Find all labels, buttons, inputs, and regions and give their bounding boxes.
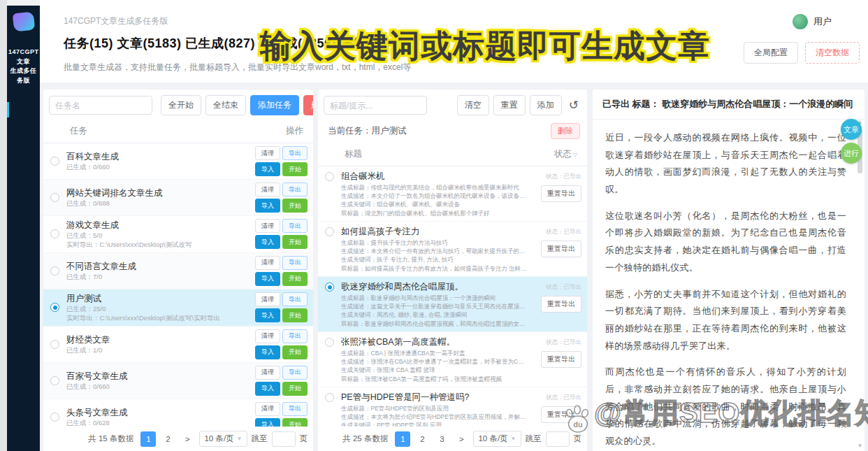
task-import-button[interactable]: 导入 <box>255 382 280 396</box>
task-start-button[interactable]: 开始 <box>282 162 308 176</box>
task-row[interactable]: 百科文章生成 已生成：0/660 清理 导出 导入 开始 <box>43 143 313 180</box>
article-paragraph: 而周杰伦也是一个有情怀的音乐人，得知了小芳的计划后，非常感动并立刻答应了她的请求… <box>605 364 846 450</box>
re-export-button[interactable]: 重置导出 <box>541 296 581 313</box>
scroll-down-icon[interactable]: ▼ <box>856 443 864 449</box>
task-export-button[interactable]: 导出 <box>282 219 308 233</box>
task-clean-button[interactable]: 清理 <box>255 402 280 416</box>
global-config-button[interactable]: 全局配置 <box>744 42 798 64</box>
task-radio[interactable] <box>50 266 59 275</box>
task-start-button[interactable]: 开始 <box>282 418 308 427</box>
user-menu[interactable]: 用户 <box>793 14 832 29</box>
refresh-icon[interactable]: ↺ <box>566 98 581 113</box>
clear-titles-button[interactable]: 清空 <box>457 95 489 115</box>
task-import-button[interactable]: 导入 <box>255 418 280 427</box>
task-import-button[interactable]: 导入 <box>255 345 280 359</box>
task-export-button[interactable]: 导出 <box>282 146 308 160</box>
delete-title-button[interactable]: 删除 <box>551 123 580 139</box>
task-export-button[interactable]: 导出 <box>282 182 308 196</box>
titles-rows: 组合碾米机 生成标题：传统与现代的完美结合，组合碾米机带你感受碾米新时代 生成描… <box>318 166 587 427</box>
task-import-button[interactable]: 导入 <box>255 199 280 213</box>
title-row[interactable]: 张照洋被CBA第一高度盖帽。 生成标题：CBA | 张照洋遭遇CBA第一高手封盖… <box>318 332 587 387</box>
sidebar: 147CGPT文章 生成多任务版 <box>7 6 40 451</box>
scrollbar[interactable]: ▲ ▼ <box>856 119 864 449</box>
task-clean-button[interactable]: 清理 <box>255 146 280 160</box>
task-export-button[interactable]: 导出 <box>282 366 308 380</box>
page-button-3[interactable]: 3 <box>434 431 449 447</box>
next-page-button[interactable]: > <box>180 431 195 447</box>
task-clean-button[interactable]: 清理 <box>255 219 280 233</box>
re-export-button[interactable]: 重置导出 <box>541 351 581 368</box>
start-all-button[interactable]: 全开始 <box>161 95 201 115</box>
task-radio[interactable] <box>50 340 59 349</box>
task-radio[interactable] <box>50 193 59 202</box>
filter-icon[interactable]: ▽ <box>573 152 577 158</box>
jump-page-input[interactable] <box>272 431 296 447</box>
task-radio[interactable] <box>50 157 59 166</box>
titles-toolbar: 清空 重置 添加 ↺ <box>318 90 587 120</box>
page-button-2[interactable]: 2 <box>414 431 430 447</box>
task-radio[interactable] <box>50 376 59 385</box>
gen-desc-line: 生成描述：本文介绍了一款名为组合碾米机的现代碾米设备，该设备的特点和优势，并分 <box>341 192 527 200</box>
task-clean-button[interactable]: 清理 <box>255 366 280 380</box>
title-radio-checked[interactable] <box>325 282 334 292</box>
title-row[interactable]: 如何提高孩子专注力 生成标题：提升孩子专注力的方法与技巧 生成描述：本文将介绍一… <box>318 222 587 277</box>
page-size-select[interactable]: 10 条/页▼ <box>199 431 247 447</box>
task-row[interactable]: 游戏文章生成 已生成：5/0 实时导出：C:\Users\xxx\Desktop… <box>43 216 313 253</box>
progress-float-button[interactable]: 进行 <box>841 143 862 164</box>
task-row[interactable]: 头条号文章生成 已生成：0/628 清理 导出 导入 开始 <box>43 399 313 427</box>
page-button-2[interactable]: 2 <box>160 431 175 447</box>
article-float-button[interactable]: 文章 <box>841 119 862 140</box>
task-start-button[interactable]: 开始 <box>282 382 308 396</box>
task-start-button[interactable]: 开始 <box>282 272 308 286</box>
title-radio[interactable] <box>325 227 334 236</box>
task-start-button[interactable]: 开始 <box>282 235 308 249</box>
task-export-button[interactable]: 导出 <box>282 256 308 270</box>
re-export-button[interactable]: 重置导出 <box>541 241 581 257</box>
task-export-button[interactable]: 导出 <box>282 292 308 306</box>
task-clean-button[interactable]: 清理 <box>255 256 280 270</box>
task-row-selected[interactable]: 用户测试 已生成：25/0 实时导出：C:\Users\xxx\Desktop\… <box>43 289 313 327</box>
clear-data-button[interactable]: 清空数据 <box>805 42 860 64</box>
task-search-input[interactable] <box>49 96 152 115</box>
task-clean-button[interactable]: 清理 <box>255 182 280 196</box>
task-clean-button[interactable]: 清理 <box>255 292 280 306</box>
re-export-button[interactable]: 重置导出 <box>541 185 581 202</box>
task-start-button[interactable]: 开始 <box>282 345 308 359</box>
task-start-button[interactable]: 开始 <box>282 199 308 213</box>
task-export-button[interactable]: 导出 <box>282 402 308 416</box>
title-radio[interactable] <box>325 393 334 402</box>
delete-task-button[interactable]: 删除 <box>303 95 313 115</box>
task-export-button[interactable]: 导出 <box>282 329 308 343</box>
page-size-select[interactable]: 10 条/页▼ <box>473 431 521 447</box>
stop-all-button[interactable]: 全结束 <box>205 95 246 115</box>
add-title-button[interactable]: 添加 <box>530 95 562 115</box>
title-radio[interactable] <box>325 172 334 181</box>
title-search-input[interactable] <box>324 96 427 115</box>
re-export-button[interactable]: 重置导出 <box>541 406 581 423</box>
title-row[interactable]: PE管与HDPE管是同一种管道吗? 生成标题：PE管与HDPE管的区别及应用 生… <box>318 387 587 427</box>
task-row[interactable]: 财经类文章 已生成：1/0 清理 导出 导入 开始 <box>43 327 313 363</box>
reset-titles-button[interactable]: 重置 <box>493 95 526 115</box>
jump-label: 跳至 <box>252 434 268 444</box>
task-start-button[interactable]: 开始 <box>282 308 308 322</box>
task-radio[interactable] <box>50 413 59 422</box>
task-row[interactable]: 不同语言文章生成 已生成：7/0 清理 导出 导入 开始 <box>43 253 313 289</box>
task-row[interactable]: 网站关键词排名文章生成 已生成：0/688 清理 导出 导入 开始 <box>43 180 313 216</box>
title-radio[interactable] <box>325 338 334 347</box>
jump-page-input[interactable] <box>546 431 570 447</box>
dual-title-line: 双标题：张照洋被CBA第一高度盖帽了吗，张照洋被盖帽视频 <box>341 375 527 383</box>
task-row[interactable]: 百家号文章生成 已生成：0/660 清理 导出 导入 开始 <box>43 363 313 399</box>
task-import-button[interactable]: 导入 <box>255 235 280 249</box>
task-import-button[interactable]: 导入 <box>255 162 280 176</box>
add-task-button[interactable]: 添加任务 <box>250 95 299 115</box>
page-button-1[interactable]: 1 <box>395 431 410 447</box>
next-page-button[interactable]: > <box>454 431 469 447</box>
title-row-selected[interactable]: 歌迷穿婚纱和周杰伦合唱屋顶。 生成标题：歌迷穿婚纱与周杰伦合唱屋顶：一个浪漫的瞬… <box>318 277 587 332</box>
task-import-button[interactable]: 导入 <box>255 272 280 286</box>
task-import-button[interactable]: 导入 <box>255 308 280 322</box>
task-clean-button[interactable]: 清理 <box>255 329 280 343</box>
task-radio[interactable] <box>50 229 59 238</box>
task-radio-checked[interactable] <box>50 303 59 312</box>
page-button-1[interactable]: 1 <box>140 431 156 447</box>
title-row[interactable]: 组合碾米机 生成标题：传统与现代的完美结合，组合碾米机带你感受碾米新时代 生成描… <box>318 166 587 222</box>
